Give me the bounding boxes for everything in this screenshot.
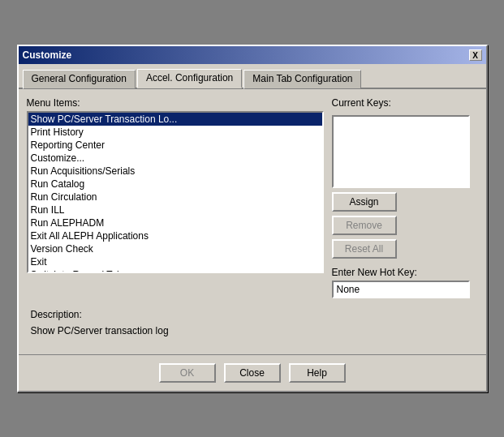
current-keys-box <box>332 115 470 188</box>
help-button[interactable]: Help <box>289 363 346 383</box>
list-item[interactable]: Run ILL <box>28 204 322 216</box>
title-bar: Customize X <box>19 46 486 64</box>
ok-button[interactable]: OK <box>159 363 216 383</box>
list-item[interactable]: Exit All ALEPH Applications <box>28 229 322 242</box>
customize-window: Customize X General Configuration Accel.… <box>17 45 488 392</box>
main-columns: Menu Items: Show PC/Server Transaction L… <box>27 97 478 298</box>
list-item[interactable]: Run ALEPHADM <box>28 216 322 229</box>
tab-bar: General Configuration Accel. Configurati… <box>19 64 486 89</box>
window-title: Customize <box>23 49 72 61</box>
list-item[interactable]: Run Acquisitions/Serials <box>28 165 322 178</box>
close-button[interactable]: X <box>469 49 482 61</box>
list-item[interactable]: Print History <box>28 126 322 139</box>
reset-all-button[interactable]: Reset All <box>332 239 397 259</box>
current-keys-label: Current Keys: <box>332 97 478 109</box>
list-item[interactable]: Run Catalog <box>28 178 322 191</box>
description-label: Description: <box>31 309 474 320</box>
hotkey-section: Enter New Hot Key: <box>332 267 478 298</box>
remove-button[interactable]: Remove <box>332 216 397 235</box>
list-item[interactable]: Show PC/Server Transaction Lo... <box>28 113 322 126</box>
tab-general[interactable]: General Configuration <box>23 70 136 89</box>
close-footer-button[interactable]: Close <box>224 363 281 383</box>
tab-accel[interactable]: Accel. Configuration <box>137 69 242 88</box>
assign-button[interactable]: Assign <box>332 192 397 212</box>
menu-items-column: Menu Items: Show PC/Server Transaction L… <box>27 97 324 298</box>
list-item[interactable]: Reporting Center <box>28 139 322 152</box>
menu-items-listbox[interactable]: Show PC/Server Transaction Lo... Print H… <box>27 111 324 273</box>
hotkey-label: Enter New Hot Key: <box>332 267 478 278</box>
list-item[interactable]: Exit <box>28 255 322 268</box>
list-item[interactable]: Version Check <box>28 242 322 255</box>
description-section: Description: Show PC/Server transaction … <box>27 305 478 342</box>
tab-main[interactable]: Main Tab Configuration <box>243 70 361 89</box>
tab-content: Menu Items: Show PC/Server Transaction L… <box>19 89 486 350</box>
hotkey-input[interactable] <box>332 281 470 298</box>
footer-buttons: OK Close Help <box>19 354 486 391</box>
list-item[interactable]: Run Circulation <box>28 191 322 204</box>
description-text: Show PC/Server transaction log <box>31 323 474 338</box>
menu-items-label: Menu Items: <box>27 97 324 109</box>
right-column: Current Keys: Assign Remove Reset All En… <box>332 97 478 298</box>
list-item[interactable]: Customize... <box>28 152 322 165</box>
list-item[interactable]: Switch to Record Tab <box>28 268 322 273</box>
